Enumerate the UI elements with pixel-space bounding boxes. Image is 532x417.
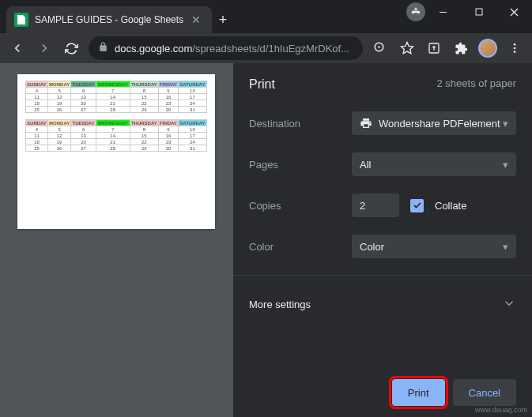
more-settings-toggle[interactable]: More settings <box>249 284 516 325</box>
print-dialog: Print 2 sheets of paper Destination Wond… <box>233 63 532 417</box>
chevron-down-icon <box>502 296 516 313</box>
tab-title: SAMPLE GUIDES - Google Sheets <box>35 14 188 25</box>
dialog-title: Print <box>249 77 275 92</box>
zoom-button[interactable] <box>368 36 393 61</box>
color-select[interactable]: Color ▾ <box>352 235 516 258</box>
close-tab-icon[interactable]: ✕ <box>188 13 204 26</box>
sheets-favicon-icon <box>14 13 28 27</box>
pages-select[interactable]: All ▾ <box>352 152 516 176</box>
cancel-button[interactable]: Cancel <box>453 379 516 406</box>
svg-marker-6 <box>402 43 413 54</box>
forward-button[interactable] <box>32 36 57 61</box>
share-button[interactable] <box>421 36 447 61</box>
collate-checkbox[interactable] <box>410 199 424 212</box>
maximize-button[interactable] <box>461 0 496 24</box>
menu-button[interactable] <box>502 36 527 61</box>
close-window-button[interactable] <box>496 0 532 24</box>
new-tab-button[interactable]: + <box>212 12 234 33</box>
incognito-icon <box>406 2 425 21</box>
print-preview-pane: SUNDAYMONDAYTUESDAYWEDNESDAYTHURSDAYFRID… <box>0 63 233 417</box>
svg-point-10 <box>514 51 516 53</box>
svg-rect-1 <box>476 9 482 15</box>
svg-point-9 <box>514 47 516 50</box>
extensions-button[interactable] <box>448 36 474 61</box>
profile-avatar[interactable] <box>475 36 500 61</box>
reload-button[interactable] <box>58 36 84 61</box>
chevron-down-icon: ▾ <box>503 241 508 253</box>
pages-label: Pages <box>249 159 352 171</box>
watermark: www.deuaq.com <box>475 406 527 414</box>
address-bar[interactable]: docs.google.com/spreadsheets/d/1hIuEgzMr… <box>89 36 363 60</box>
print-button[interactable]: Print <box>392 379 445 406</box>
lock-icon <box>98 41 108 55</box>
chevron-down-icon: ▾ <box>503 159 508 171</box>
sheet-count: 2 sheets of paper <box>437 77 516 92</box>
copies-label: Copies <box>249 200 352 212</box>
printer-icon <box>360 117 372 130</box>
preview-page: SUNDAYMONDAYTUESDAYWEDNESDAYTHURSDAYFRID… <box>17 74 215 229</box>
destination-label: Destination <box>249 118 352 130</box>
url-text: docs.google.com/spreadsheets/d/1hIuEgzMr… <box>115 43 353 54</box>
destination-select[interactable]: Wondershare PDFelement ▾ <box>352 111 516 135</box>
copies-input[interactable] <box>352 193 399 217</box>
color-label: Color <box>249 241 352 253</box>
minimize-button[interactable] <box>425 0 461 24</box>
collate-label: Collate <box>435 200 466 212</box>
svg-point-8 <box>514 43 516 46</box>
divider <box>233 275 532 276</box>
back-button[interactable] <box>5 36 30 61</box>
browser-tab[interactable]: SAMPLE GUIDES - Google Sheets ✕ <box>6 6 212 33</box>
chevron-down-icon: ▾ <box>503 118 508 130</box>
bookmark-button[interactable] <box>394 36 420 61</box>
